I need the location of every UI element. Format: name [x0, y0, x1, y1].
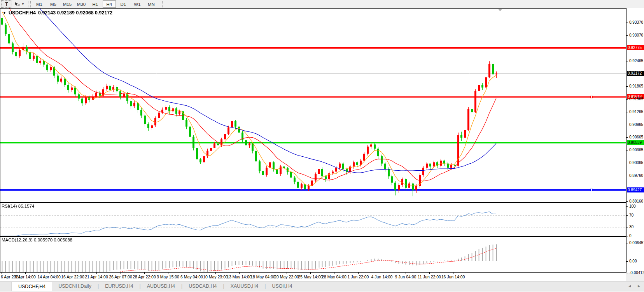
date-label: 3 May 15:00	[157, 275, 179, 279]
date-axis-tick	[2, 273, 2, 274]
price-axis-tick	[626, 273, 628, 273]
price-axis-tick	[626, 236, 628, 236]
chart-shift-marker-icon[interactable]	[498, 9, 502, 11]
price-axis-tick	[626, 61, 628, 61]
tab-item-xauusd[interactable]: XAUUSD,H4	[224, 282, 265, 291]
price-axis-tick	[626, 206, 628, 207]
date-axis-tick	[168, 273, 168, 274]
price-axis-tick	[626, 163, 628, 163]
price-axis-tick	[626, 150, 628, 150]
date-axis-tick	[215, 273, 216, 274]
date-label: 28 May 04:00	[322, 275, 346, 279]
date-label: 26 Apr 07:00	[109, 275, 132, 279]
tab-item-audusd[interactable]: AUDUSD,H4	[141, 282, 181, 291]
chart-symbol-label: USDCHF,H4	[9, 10, 36, 16]
date-axis-tick	[334, 273, 334, 274]
text-tool-button[interactable]: T	[1, 0, 12, 8]
price-axis[interactable]: 0.933700.930700.927750.924650.921720.918…	[626, 8, 644, 273]
chart-ohlc-values: 0.92143 0.92189 0.92068 0.92172	[38, 10, 112, 16]
price-axis-tick	[626, 261, 628, 262]
toolbar-grip[interactable]	[28, 1, 31, 7]
timeframe-button-w1[interactable]: W1	[131, 0, 144, 8]
price-axis-label: -0.004129	[629, 271, 644, 275]
date-label: 25 May 14:00	[298, 275, 323, 279]
timeframe-button-m30[interactable]: M30	[75, 0, 88, 8]
arrow-objects-button[interactable]: ▼	[13, 1, 26, 7]
date-axis-tick	[310, 273, 311, 274]
price-axis-tick	[626, 215, 628, 216]
price-axis-tick	[626, 227, 628, 227]
price-axis-label: 0.89760	[629, 173, 643, 178]
timeframe-button-h1[interactable]: H1	[89, 0, 102, 8]
tab-item-usdcnh[interactable]: USDCNH,Daily	[52, 282, 98, 291]
toolbar-grip[interactable]	[160, 1, 163, 7]
price-axis-value-box: 0.89427	[627, 187, 644, 192]
main-chart-canvas[interactable]	[0, 8, 626, 203]
price-axis-label: 100	[629, 204, 636, 209]
price-axis-value-box: 0.92172	[627, 71, 644, 76]
rsi-indicator-label: RSI(14) 85.1574	[2, 204, 34, 208]
timeframe-button-m5[interactable]: M5	[47, 0, 60, 8]
date-axis-tick	[96, 273, 97, 274]
tab-scroll-controls: ◄ ►	[628, 281, 641, 290]
date-label: 13 May 14:00	[227, 275, 252, 279]
date-axis-tick	[49, 273, 49, 274]
price-axis-tick	[626, 86, 628, 87]
date-axis-tick	[429, 273, 430, 274]
tab-item-usdcad[interactable]: USDCAD,H4	[182, 282, 223, 291]
price-axis-value-box: 0.92775	[627, 45, 644, 50]
price-axis-tick	[626, 201, 628, 202]
tab-scroll-left-icon[interactable]: ◄	[628, 284, 632, 288]
tab-item-usdchf[interactable]: USDCHF,H4	[12, 282, 52, 291]
chart-tab-bar: USDCHF,H4USDCNH,Daily|EURUSD,H4|AUDUSD,H…	[0, 281, 644, 291]
date-axis-tick	[121, 273, 121, 274]
price-axis-tick	[626, 137, 628, 138]
date-label: 21 Apr 14:00	[85, 275, 108, 279]
date-label: 4 Jun 14:00	[371, 275, 393, 279]
timeframe-button-mn[interactable]: MN	[145, 0, 158, 8]
date-label: 20 May 22:00	[274, 275, 299, 279]
price-axis-tick	[626, 243, 628, 243]
date-axis-tick	[287, 273, 287, 274]
tab-scroll-right-icon[interactable]: ►	[637, 284, 641, 288]
macd-current-values: 0.005970 0.005088	[34, 238, 72, 242]
rsi-panel-canvas[interactable]	[0, 203, 626, 236]
price-axis-tick	[626, 35, 628, 36]
top-toolbar: T ▼ M1M5M15M30H1H4D1W1MN	[0, 0, 644, 9]
date-label: 9 Jun 04:00	[395, 275, 416, 279]
timeframe-button-m15[interactable]: M15	[61, 0, 74, 8]
date-label: 10 May 23:00	[203, 275, 228, 279]
macd-indicator-label: MACD(12,26,9) 0.005970 0.005088	[2, 238, 72, 242]
date-axis-tick	[358, 273, 359, 274]
tab-item-usoil[interactable]: USOil,H4	[266, 282, 298, 291]
price-axis-label: 0.93370	[629, 20, 643, 25]
timeframe-button-m1[interactable]: M1	[33, 0, 46, 8]
macd-panel-canvas[interactable]	[0, 236, 626, 273]
price-axis-tick	[626, 176, 628, 176]
price-axis-label: 0.90365	[629, 148, 643, 152]
price-axis-label: 0.89160	[629, 199, 643, 204]
timeframe-toolbar: M1M5M15M30H1H4D1W1MN	[32, 0, 158, 8]
timeframe-button-d1[interactable]: D1	[117, 0, 130, 8]
date-label: 6 May 04:00	[180, 275, 203, 279]
price-axis-label: 0.91565	[629, 97, 643, 101]
tab-item-eurusd[interactable]: EURUSD,H4	[99, 282, 139, 291]
mt4-terminal: { "toolbar": { "text_tool_label": "T", "…	[0, 0, 644, 292]
date-axis-tick	[406, 273, 406, 274]
macd-name: MACD(12,26,9)	[2, 238, 33, 242]
tab-bar-lead	[0, 282, 12, 291]
dropdown-caret-icon: ▼	[21, 2, 24, 6]
price-axis-label: 0.91865	[629, 84, 643, 89]
price-axis-label: 30	[629, 225, 634, 229]
arrow-objects-icon	[14, 2, 20, 7]
chart-dropdown-icon[interactable]: ▼	[3, 11, 6, 15]
date-label: 1 Jun 22:00	[348, 275, 369, 279]
price-axis-label: 0	[629, 234, 632, 238]
date-axis-tick	[453, 273, 453, 274]
price-axis-value-box: 0.90539	[627, 140, 644, 145]
date-axis[interactable]: 6 Apr 20219 Apr 14:0014 Apr 04:0016 Apr …	[0, 273, 626, 281]
timeframe-button-h4[interactable]: H4	[103, 0, 116, 8]
date-axis-tick	[25, 273, 26, 274]
date-label: 16 Jun 14:00	[441, 275, 465, 279]
date-axis-tick	[192, 273, 192, 274]
